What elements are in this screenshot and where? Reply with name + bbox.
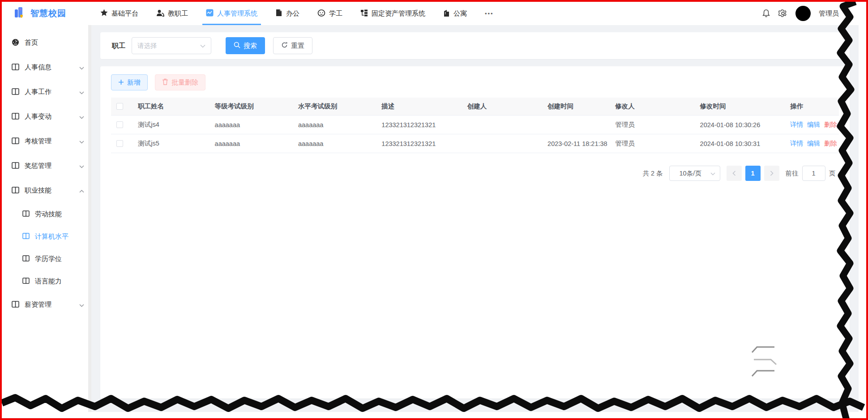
chevron-down-icon (200, 42, 205, 49)
user-avatar[interactable] (795, 6, 811, 21)
sidebar-item-vocational-skills[interactable]: 职业技能 (2, 178, 91, 203)
table-header-row: 职工姓名 等级考试级别 水平考试级别 描述 创建人 创建时间 修改人 修改时间 … (111, 98, 839, 116)
cell-name: 测试js5 (133, 134, 209, 153)
nav-item-base-platform[interactable]: 基础平台 (100, 2, 138, 25)
batch-delete-button-label: 批量删除 (171, 78, 198, 87)
employee-filter-label: 职工 (112, 42, 125, 50)
sidebar-subitem-labor-skill[interactable]: 劳动技能 (2, 203, 91, 225)
detail-link[interactable]: 详情 (790, 121, 803, 128)
nav-more-button[interactable]: ••• (485, 10, 494, 17)
current-page-button[interactable]: 1 (745, 166, 761, 181)
nav-label: 人事管理系统 (217, 9, 257, 18)
sidebar-item-home[interactable]: 首页 (2, 30, 91, 55)
delete-link[interactable]: 删除 (824, 140, 837, 147)
column-header-description: 描述 (376, 98, 462, 116)
hr-system-icon (206, 9, 214, 18)
book-icon (12, 88, 19, 96)
column-header-modifier: 修改人 (610, 98, 694, 116)
user-name[interactable]: 管理员 (819, 9, 839, 18)
employee-select[interactable]: 请选择 (132, 37, 211, 54)
reset-button[interactable]: 重置 (273, 37, 312, 54)
table-toolbar: 新增 批量删除 (111, 74, 839, 90)
top-nav: 基础平台 教职工 人事管理系统 办公 学工 固定资产管理系统 (100, 2, 494, 25)
sidebar-subitem-education-degree[interactable]: 学历学位 (2, 248, 91, 270)
nav-label: 办公 (286, 9, 299, 18)
total-count-label: 共 2 条 (642, 169, 663, 178)
trash-icon (162, 78, 168, 86)
column-header-creator: 创建人 (462, 98, 542, 116)
bell-icon[interactable] (762, 9, 770, 18)
select-all-checkbox[interactable] (116, 103, 123, 110)
cell-grade-exam: aaaaaaa (210, 116, 293, 134)
sidebar-subitem-language-ability[interactable]: 语言能力 (2, 270, 91, 292)
sidebar-item-label: 人事变动 (25, 112, 51, 121)
pagination: 共 2 条 10条/页 1 前往 页 (111, 166, 839, 181)
page-size-select[interactable]: 10条/页 (669, 166, 720, 181)
goto-page-input[interactable] (802, 166, 825, 181)
sidebar-subitem-computer-level[interactable]: 计算机水平 (2, 225, 91, 248)
cell-description: 123321312321321 (376, 134, 462, 153)
chevron-down-icon (79, 301, 84, 309)
row-checkbox[interactable] (116, 140, 123, 147)
cell-level-exam: aaaaaaa (293, 116, 376, 134)
cell-description: 123321312321321 (376, 116, 462, 134)
nav-item-office[interactable]: 办公 (275, 2, 299, 25)
book-icon (12, 162, 19, 170)
column-header-actions: 操作 (785, 98, 839, 116)
chevron-up-icon (79, 187, 84, 194)
nav-label: 教职工 (168, 9, 188, 18)
column-header-created-at: 创建时间 (542, 98, 610, 116)
document-icon (275, 9, 282, 18)
cell-level-exam: aaaaaaa (293, 134, 376, 153)
header-actions: 管理员 (762, 6, 859, 21)
edit-link[interactable]: 编辑 (807, 121, 820, 128)
nav-item-apartment[interactable]: 公寓 (443, 2, 467, 25)
sidebar-item-label: 考核管理 (25, 137, 51, 146)
batch-delete-button[interactable]: 批量删除 (155, 74, 205, 90)
cell-created-at (542, 116, 610, 134)
prev-page-button[interactable] (727, 166, 742, 181)
sidebar-item-assessment[interactable]: 考核管理 (2, 129, 91, 154)
cell-modified-at: 2024-01-08 10:30:31 (695, 134, 785, 153)
nav-item-hr-system[interactable]: 人事管理系统 (206, 2, 257, 25)
sidebar-item-salary[interactable]: 薪资管理 (2, 292, 91, 317)
chevron-down-icon (79, 137, 84, 145)
search-icon (234, 42, 240, 50)
star-icon (100, 9, 108, 18)
book-icon (22, 233, 30, 240)
chevron-down-icon (79, 113, 84, 120)
nav-item-staff[interactable]: 教职工 (156, 2, 188, 25)
cell-creator (462, 134, 542, 153)
app-window: 智慧校园 基础平台 教职工 人事管理系统 办公 学工 (2, 2, 859, 412)
page-unit-label: 页 (829, 169, 836, 178)
add-button[interactable]: 新增 (111, 74, 148, 90)
sidebar-item-label: 计算机水平 (35, 232, 68, 241)
nav-item-fixed-assets[interactable]: 固定资产管理系统 (360, 2, 425, 25)
next-page-button[interactable] (764, 166, 779, 181)
page-size-value: 10条/页 (680, 169, 701, 178)
search-button[interactable]: 搜索 (226, 37, 265, 54)
edit-link[interactable]: 编辑 (807, 140, 820, 147)
filter-bar: 职工 请选择 搜索 重置 (100, 32, 850, 59)
sidebar-item-hr-info[interactable]: 人事信息 (2, 55, 91, 80)
row-checkbox[interactable] (116, 121, 123, 128)
sidebar-item-hr-work[interactable]: 人事工作 (2, 80, 91, 104)
nav-item-student[interactable]: 学工 (317, 2, 342, 25)
detail-link[interactable]: 详情 (790, 140, 803, 147)
book-icon (12, 64, 19, 72)
brand-logo[interactable]: 智慧校园 (13, 6, 100, 21)
cell-modified-at: 2024-01-08 10:30:26 (695, 116, 785, 134)
add-button-label: 新增 (127, 78, 141, 87)
users-icon (156, 9, 164, 18)
gear-icon[interactable] (778, 9, 787, 18)
sidebar-item-label: 语言能力 (35, 277, 62, 286)
cell-grade-exam: aaaaaaa (210, 134, 293, 153)
book-icon (22, 255, 30, 263)
sidebar-item-label: 人事信息 (25, 63, 51, 72)
sidebar-item-reward-punishment[interactable]: 奖惩管理 (2, 154, 91, 178)
brand-name: 智慧校园 (30, 8, 66, 19)
cell-modifier: 管理员 (610, 116, 694, 134)
top-header: 智慧校园 基础平台 教职工 人事管理系统 办公 学工 (2, 2, 859, 25)
sidebar-item-hr-change[interactable]: 人事变动 (2, 104, 91, 129)
delete-link[interactable]: 删除 (824, 121, 837, 128)
